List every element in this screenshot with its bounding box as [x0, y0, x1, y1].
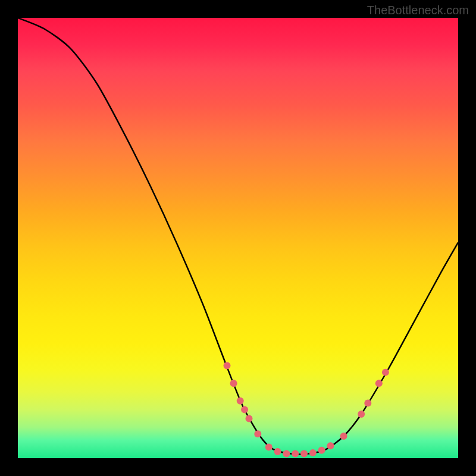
- data-marker: [292, 450, 299, 458]
- data-marker: [300, 450, 308, 458]
- data-marker: [265, 444, 273, 451]
- data-marker: [309, 449, 317, 456]
- chart-svg: [18, 18, 458, 458]
- data-marker: [254, 430, 261, 437]
- data-marker: [340, 433, 347, 440]
- data-marker: [382, 369, 389, 376]
- chart-container: [18, 18, 458, 458]
- data-marker: [318, 447, 325, 454]
- data-marker: [230, 380, 237, 387]
- attribution-text: TheBottleneck.com: [367, 4, 469, 17]
- data-marker: [237, 397, 244, 405]
- data-marker: [358, 411, 365, 418]
- data-marker: [327, 442, 334, 449]
- data-marker: [375, 380, 383, 387]
- data-marker: [364, 400, 371, 407]
- data-marker: [224, 362, 231, 369]
- data-marker: [241, 406, 248, 414]
- data-marker: [246, 415, 253, 422]
- data-marker: [274, 448, 281, 455]
- bottleneck-curve: [18, 18, 458, 454]
- plot-area: [18, 18, 458, 458]
- data-marker: [283, 450, 290, 458]
